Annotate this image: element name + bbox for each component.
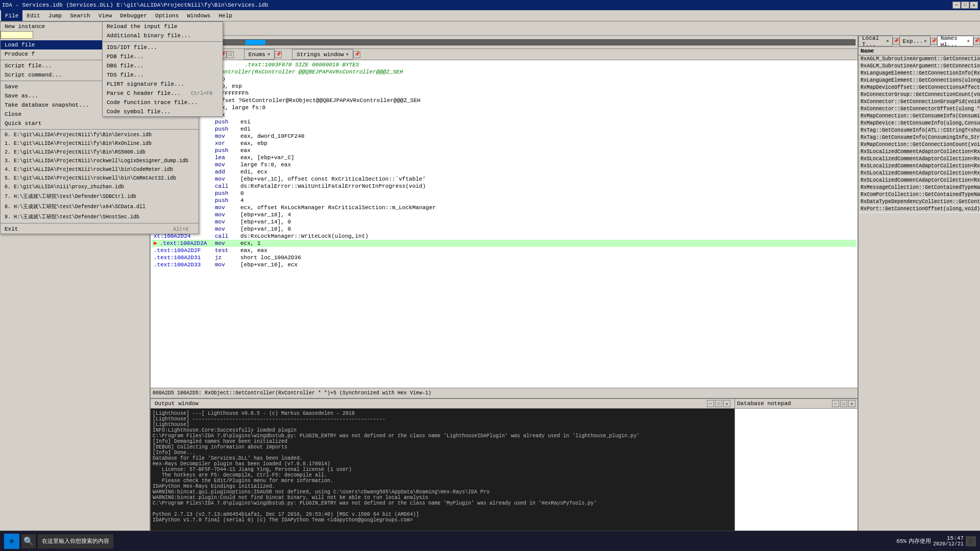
disasm-line[interactable]: push 0FFFFFFFFh — [152, 90, 856, 97]
submenu-pdb[interactable]: PDB file... — [103, 52, 223, 61]
strings-close[interactable]: ✕ — [346, 52, 349, 57]
submenu-dbg[interactable]: DBG file... — [103, 61, 223, 70]
output-minimize[interactable]: ─ — [707, 400, 714, 407]
local-types-close[interactable]: ✕ — [886, 38, 889, 44]
submenu-additional-binary[interactable]: Additional binary file... — [103, 31, 223, 40]
name-row[interactable]: RxLanguageElement::GetConnectionInfo(RxC… — [859, 70, 980, 77]
disasm-line[interactable]: xt:100A2CED push eax — [152, 147, 856, 154]
menu-item-recent-6[interactable]: 6. E:\git\ALLIDA\niii\proxy_zhuzhan.idb — [1, 183, 199, 191]
disasm-line[interactable]: xt:100A2CEB xor eax, ebp — [152, 140, 856, 147]
tab-enums[interactable]: Enums ✕ — [244, 49, 275, 60]
name-row[interactable]: RxMessageCollection::GetContainedTypeNam… — [859, 184, 980, 191]
menu-help[interactable]: Help — [214, 10, 236, 21]
search-box[interactable]: 在这里输入你想搜索的内容 — [38, 534, 113, 548]
disasm-line[interactable]: xt:100A2CF9 mov [ebp+var_1C], offset con… — [152, 176, 856, 183]
notepad-maximize[interactable]: □ — [840, 400, 847, 407]
disasm-line[interactable]: xt:100A2CEE lea eax, [ebp+var_C] — [152, 154, 856, 161]
disasm-line[interactable]: mov eax, large fs:0 — [152, 104, 856, 111]
submenu-parse-c[interactable]: Parse C header file... Ctrl+F9 — [103, 89, 223, 98]
menu-search[interactable]: Search — [66, 10, 94, 21]
name-row[interactable]: RxSLocalizedCommentAdaptorCollection<RxC… — [859, 170, 980, 177]
name-row[interactable]: RxMapConnection::GetConsumeInfo(Consumin… — [859, 113, 980, 120]
menu-item-recent-0[interactable]: 0. E:\git\ALLIDA\ProjectNiii\fy\Bin\Serv… — [1, 131, 199, 139]
name-row[interactable]: RxConnectorGroup::GetConnectionCount(voi… — [859, 91, 980, 98]
name-row[interactable]: RxSLocalizedCommentAdaptorCollection<RxC… — [859, 156, 980, 163]
menu-item-recent-8[interactable]: 8. H:\王成就\工研院\test\Defender\x64\SCData.d… — [1, 202, 199, 212]
disasm-line[interactable]: xt:100A2D08 push 4 — [152, 197, 856, 204]
names-close[interactable]: ✕ — [967, 38, 970, 44]
submenu-ids[interactable]: IDS/IDT file... — [103, 43, 223, 52]
disasm-line[interactable]: .text:100A2D2F test eax, eax — [152, 247, 856, 254]
search-button[interactable]: 🔍 — [21, 534, 36, 548]
tab-float-a[interactable]: □ — [227, 51, 234, 58]
name-row[interactable]: RxAGLM_SubroutineArgument::GetConnection… — [859, 63, 980, 70]
disasm-line[interactable]: xt:100A2D16 mov [ebp+var_14], 0 — [152, 218, 856, 226]
submenu-flirt[interactable]: FLIRT signature file... — [103, 80, 223, 89]
tab-strings[interactable]: Strings window ✕ — [292, 49, 353, 60]
maximize-button[interactable]: □ — [961, 2, 969, 9]
menu-edit[interactable]: Edit — [22, 10, 44, 21]
close-button[interactable]: ✕ — [970, 2, 978, 9]
menu-jump[interactable]: Jump — [44, 10, 66, 21]
disasm-line[interactable]: xt:100A2CF7 add edi, ecx — [152, 168, 856, 176]
disasm-line[interactable]: mov ebp, esp — [152, 83, 856, 90]
menu-windows[interactable]: Windows — [183, 10, 214, 21]
tab-names[interactable]: Names wi... ✕ — [937, 36, 973, 46]
disasm-area[interactable]: .text:1093F870 SIZE 00000018 BYTES ; RxO… — [151, 60, 857, 388]
disasm-line[interactable]: xt:100A2D0F mov [ebp+var_18], 4 — [152, 211, 856, 218]
name-row[interactable]: RxLanguageElement::GetConnections(ulong,… — [859, 77, 980, 84]
disasm-line[interactable]: xt:100A2D00 call ds:RxFatalError::WaitUn… — [152, 183, 856, 190]
tab-expressions[interactable]: Exp... ✕ — [899, 36, 930, 46]
menu-item-recent-7[interactable]: 7. H:\王成就\工研院\test\Defender\SDBCtrl.idb — [1, 191, 199, 202]
menu-view[interactable]: View — [94, 10, 116, 21]
name-row[interactable]: RxTag::GetConsumeInfo(ConsumingInfo_Stru… — [859, 134, 980, 141]
disasm-line[interactable]: .text:100A2D31 jz short loc_100A2D36 — [152, 254, 856, 261]
start-button[interactable]: ⊞ — [4, 534, 19, 549]
menu-item-recent-9[interactable]: 9. H:\王成就\工研院\test\Defender\SHostSec.idb — [1, 212, 199, 222]
name-row[interactable]: RxComPortCollection::GetContainedTypeNam… — [859, 191, 980, 198]
menu-debugger[interactable]: Debugger — [116, 10, 151, 21]
minimize-button[interactable]: ─ — [952, 2, 961, 9]
output-content[interactable]: [Lighthouse] ---[ Lighthouse v0.8.5 - (c… — [151, 409, 734, 532]
name-row[interactable]: RxConnector::GetConnectorOffset(ulong *) — [859, 106, 980, 113]
name-row[interactable]: RxMapDevice::GetConsumeInfo(ulong,Consum… — [859, 120, 980, 127]
name-row[interactable]: RxDataTypeDependencyCollection::GetConta… — [859, 198, 980, 206]
notepad-minimize[interactable]: ─ — [832, 400, 839, 407]
disasm-line[interactable]: xt:100A2D1D mov [ebp+var_10], 0 — [152, 226, 856, 233]
tab-pin-strings[interactable]: 📌 — [353, 51, 360, 58]
tab-pin-lt[interactable]: 📌 — [893, 38, 899, 45]
nav-bar[interactable] — [177, 39, 855, 45]
tab-pin-names[interactable]: 📌 — [973, 38, 980, 45]
name-row[interactable]: RxConnector::GetConnectionGroupPid(void) — [859, 98, 980, 106]
menu-item-recent-5[interactable]: 5. E:\git\ALLIDA\ProjectNiii\rockwell\bi… — [1, 174, 199, 183]
submenu-code-sym[interactable]: Code symbol file... — [103, 107, 223, 116]
name-row[interactable]: RxSLocalizedCommentAdaptorCollection<RxA… — [859, 148, 980, 156]
submenu-tds[interactable]: TDS file... — [103, 70, 223, 80]
disasm-line[interactable]: xt:100A2D06 push 0 — [152, 190, 856, 197]
menu-item-recent-4[interactable]: 4. E:\git\ALLIDA\ProjectNiii\rockwell\bi… — [1, 165, 199, 174]
submenu-code-func[interactable]: Code function trace file... — [103, 98, 223, 107]
show-desktop[interactable]: □ — [966, 536, 976, 546]
name-row[interactable]: RxPort::GetConnectionOffset(ulong,void) — [859, 206, 980, 213]
enums-close[interactable]: ✕ — [267, 52, 270, 57]
notepad-close[interactable]: ✕ — [848, 400, 855, 407]
menu-file[interactable]: File — [1, 10, 22, 21]
name-row[interactable]: RxMapDeviceOffset::GetConnectionsAffecte… — [859, 84, 980, 91]
menu-options[interactable]: Options — [151, 10, 183, 21]
disasm-line[interactable]: push eax — [152, 111, 856, 118]
menu-item-recent-3[interactable]: 3. E:\git\ALLIDA\ProjectNiii\rockwell\Lo… — [1, 157, 199, 165]
menu-item-quick-start[interactable]: Quick start — [1, 119, 199, 128]
name-row[interactable]: RxSLocalizedCommentAdaptorCollection<RxT… — [859, 177, 980, 184]
name-row[interactable]: RxMapConnection::GetConnectionCount(void… — [859, 141, 980, 148]
menu-item-recent-1[interactable]: 1. E:\git\ALLIDA\ProjectNiii\fy\Bin\RxOn… — [1, 139, 199, 148]
tab-pin-exp[interactable]: 📌 — [930, 38, 937, 45]
expressions-close[interactable]: ✕ — [924, 38, 926, 44]
menu-item-recent-2[interactable]: 2. E:\git\ALLIDA\ProjectNiii\fy\Bin\RS50… — [1, 148, 199, 157]
name-row[interactable]: RxSLocalizedCommentAdaptorCollection<RxD… — [859, 163, 980, 170]
disasm-line[interactable]: xt:100A2CE8 mov eax, dword_10FCF240 — [152, 133, 856, 140]
name-row[interactable]: RxAGLM_SubroutineArgument::GetConnection… — [859, 56, 980, 63]
tab-local-types[interactable]: Local T... ✕ — [859, 36, 893, 46]
output-maximize[interactable]: □ — [715, 400, 722, 407]
disasm-line[interactable]: xt:100A2D0A mov ecx, offset RxLockManage… — [152, 204, 856, 211]
disasm-line-selected[interactable]: ► .text:100A2D2A mov ecx, 1 — [152, 240, 856, 247]
